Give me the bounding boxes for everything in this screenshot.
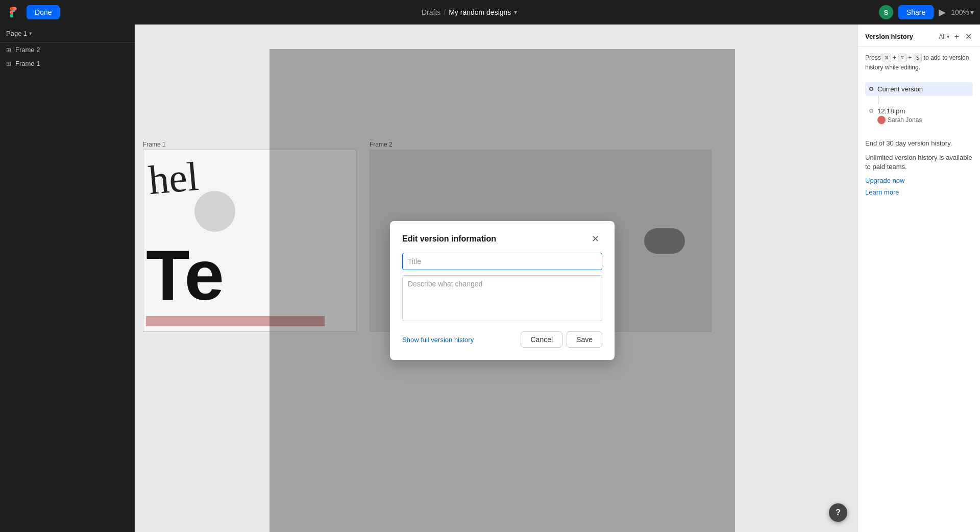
frame1-label: Frame 1 — [143, 141, 166, 148]
present-button[interactable]: ▶ — [939, 7, 946, 18]
version-user-name: Sarah Jonas — [888, 116, 922, 124]
version-filter-label: All — [939, 33, 945, 40]
frame-icon: ⊞ — [6, 46, 11, 54]
layer-frame1[interactable]: ⊞ Frame 1 — [0, 57, 134, 70]
version-item[interactable]: 12:18 pm Sarah Jonas — [865, 104, 973, 127]
version-upgrade-text: Unlimited version history is available t… — [858, 150, 980, 175]
version-item-dot — [869, 109, 873, 113]
layer-frame2[interactable]: ⊞ Frame 2 — [0, 43, 134, 57]
zoom-control[interactable]: 100% ▾ — [951, 8, 974, 16]
sidebar-right: Version history All ▾ + ✕ Press ⌘ + ⌥ + … — [857, 25, 980, 532]
breadcrumb-drafts: Drafts — [422, 8, 440, 16]
zoom-level: 100% — [951, 8, 969, 16]
frame1-circle — [194, 191, 235, 232]
topbar: Done Drafts / My random designs ▾ S Shar… — [0, 0, 980, 25]
version-user-avatar — [877, 116, 886, 124]
show-version-history-link[interactable]: Show full version history — [402, 336, 474, 344]
cancel-button[interactable]: Cancel — [521, 331, 562, 348]
version-history-header: Version history All ▾ + ✕ — [858, 25, 980, 47]
title-input[interactable] — [402, 253, 602, 270]
version-user-row: Sarah Jonas — [877, 116, 922, 124]
canvas-area: Frame 1 hel Te Frame 2 Edit version info… — [135, 25, 857, 532]
figma-logo[interactable] — [6, 5, 20, 19]
page-header[interactable]: Page 1 ▾ — [0, 25, 134, 42]
sidebar-left: Page 1 ▾ ⊞ Frame 2 ⊞ Frame 1 — [0, 25, 135, 532]
user-avatar[interactable]: S — [879, 5, 893, 19]
description-textarea[interactable] — [402, 275, 602, 321]
frame-icon: ⊞ — [6, 60, 11, 67]
upgrade-now-link[interactable]: Upgrade now — [858, 175, 980, 186]
modal-header: Edit version information ✕ — [402, 233, 602, 245]
page-label: Page 1 — [6, 30, 27, 37]
modal-footer-buttons: Cancel Save — [521, 331, 602, 348]
current-version-item[interactable]: Current version — [865, 82, 973, 96]
breadcrumb: Drafts / My random designs ▾ — [64, 8, 874, 16]
frame1-hello-text: hel — [146, 153, 200, 204]
version-filter[interactable]: All ▾ — [939, 33, 949, 40]
version-hint: Press ⌘ + ⌥ + S to add to version histor… — [858, 47, 980, 78]
page-chevron-icon: ▾ — [29, 30, 32, 37]
layer-frame2-label: Frame 2 — [15, 46, 40, 54]
version-timeline-line — [878, 96, 878, 104]
frame1-te-text: Te — [146, 239, 224, 311]
save-button[interactable]: Save — [567, 331, 602, 348]
modal-footer: Show full version history Cancel Save — [402, 331, 602, 348]
close-version-history-button[interactable]: ✕ — [964, 31, 973, 42]
project-name: My random designs — [449, 8, 511, 16]
modal-close-button[interactable]: ✕ — [589, 233, 602, 245]
project-chevron-icon[interactable]: ▾ — [514, 9, 517, 16]
current-version-dot — [869, 87, 873, 91]
modal-title: Edit version information — [402, 234, 496, 244]
learn-more-link[interactable]: Learn more — [858, 186, 980, 198]
zoom-chevron-icon: ▾ — [970, 8, 974, 16]
breadcrumb-separator: / — [444, 8, 446, 16]
version-end-text: End of 30 day version history. — [858, 131, 980, 150]
version-time: 12:18 pm — [877, 107, 922, 115]
done-button[interactable]: Done — [27, 5, 60, 19]
version-section: Current version 12:18 pm Sarah Jonas — [858, 78, 980, 131]
modal-overlay: Edit version information ✕ Show full ver… — [270, 49, 735, 532]
version-history-title: Version history — [865, 33, 935, 40]
share-button[interactable]: Share — [898, 5, 934, 19]
topbar-right-actions: S Share ▶ 100% ▾ — [879, 5, 974, 19]
version-item-info: 12:18 pm Sarah Jonas — [877, 107, 922, 124]
current-version-label: Current version — [877, 85, 923, 93]
modal-dialog: Edit version information ✕ Show full ver… — [390, 221, 615, 360]
add-version-button[interactable]: + — [953, 31, 960, 42]
help-button[interactable]: ? — [829, 503, 847, 522]
filter-chevron-icon: ▾ — [947, 34, 949, 39]
layer-frame1-label: Frame 1 — [15, 60, 40, 67]
